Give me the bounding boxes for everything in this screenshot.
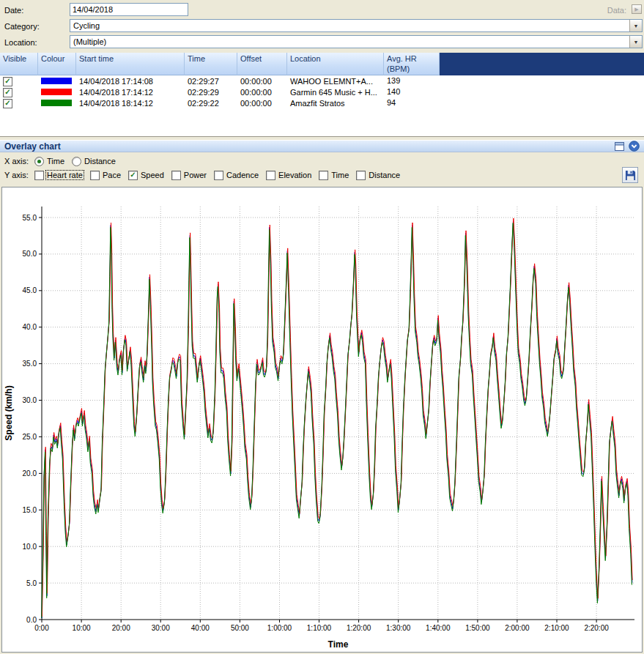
- pace-label[interactable]: Pace: [102, 171, 122, 179]
- svg-text:1:30:00: 1:30:00: [386, 624, 411, 632]
- forward-arrow-icon: ▶: [634, 7, 638, 12]
- x-axis-time-label[interactable]: Time: [46, 157, 65, 166]
- x-axis-distance-radio[interactable]: [72, 157, 81, 166]
- colour-swatch: [41, 100, 72, 106]
- cadence-checkbox[interactable]: ✓: [214, 171, 223, 180]
- svg-text:45.0: 45.0: [23, 286, 37, 294]
- y-axis-controls: Y axis: ✓Heart rate ✓Pace ✓Speed ✓Power …: [0, 169, 644, 181]
- speed-checkbox[interactable]: ✓: [128, 171, 138, 180]
- svg-text:10:00: 10:00: [73, 624, 91, 632]
- visible-checkbox[interactable]: ✓: [3, 99, 12, 108]
- distance-label[interactable]: Distance: [368, 171, 401, 179]
- overlay-chart-svg: 0.05.010.015.020.025.030.035.040.045.050…: [2, 187, 642, 652]
- category-value: Cycling: [70, 21, 629, 30]
- x-axis-time-radio[interactable]: [34, 157, 44, 166]
- column-header-start-time[interactable]: Start time: [76, 53, 185, 75]
- data-label: Data:: [607, 6, 626, 15]
- svg-text:1:10:00: 1:10:00: [307, 624, 332, 632]
- svg-text:2:00:00: 2:00:00: [505, 624, 530, 632]
- collapse-section-button[interactable]: [629, 141, 640, 152]
- elevation-checkbox[interactable]: ✓: [266, 171, 275, 180]
- column-header-avg-hr[interactable]: Avg. HR (BPM): [384, 53, 440, 75]
- x-axis-distance-label[interactable]: Distance: [84, 157, 116, 166]
- date-input-box: [70, 3, 188, 16]
- svg-text:15.0: 15.0: [23, 506, 37, 514]
- avg-hr-cell: 139: [384, 76, 440, 86]
- visible-checkbox[interactable]: ✓: [3, 77, 12, 86]
- x-axis-label: X axis:: [4, 157, 34, 166]
- svg-text:Speed (km/h): Speed (km/h): [4, 385, 14, 440]
- check-icon: ✓: [130, 171, 136, 179]
- location-value: (Multiple): [70, 37, 629, 46]
- svg-text:5.0: 5.0: [26, 579, 37, 587]
- overlay-chart-section-header[interactable]: Overlay chart: [0, 140, 644, 152]
- section-title: Overlay chart: [4, 141, 615, 152]
- column-header-colour[interactable]: Colour: [38, 53, 76, 75]
- activity-overlay-window: Date: Data: ▶ Category: Cycling ▼ Locati…: [0, 0, 644, 654]
- time-cell: 02:29:29: [185, 88, 237, 97]
- category-combobox[interactable]: Cycling ▼: [70, 19, 643, 32]
- table-row[interactable]: ✓ 14/04/2018 18:14:12 02:29:22 00:00:00 …: [0, 97, 644, 108]
- panel-layout-button[interactable]: [615, 142, 624, 151]
- time-cell: 02:29:22: [185, 99, 237, 108]
- offset-cell: 00:00:00: [237, 88, 287, 97]
- save-chart-button[interactable]: [622, 167, 638, 183]
- panel-layout-icon: [615, 142, 624, 151]
- chart-series-0: [42, 221, 632, 619]
- svg-text:50:00: 50:00: [231, 624, 249, 632]
- svg-text:10.0: 10.0: [23, 543, 37, 551]
- cadence-label[interactable]: Cadence: [226, 171, 259, 179]
- start-time-cell: 14/04/2018 17:14:08: [76, 77, 185, 86]
- table-row[interactable]: ✓ 14/04/2018 17:14:08 02:29:27 00:00:00 …: [0, 75, 644, 86]
- svg-text:2:10:00: 2:10:00: [544, 624, 569, 632]
- overlay-chart: 0.05.010.015.020.025.030.035.040.045.050…: [1, 187, 643, 653]
- activities-table: Visible Colour Start time Time Offset Lo…: [0, 53, 644, 137]
- svg-text:30:00: 30:00: [152, 624, 170, 632]
- time-label[interactable]: Time: [330, 171, 349, 179]
- svg-text:20:00: 20:00: [112, 624, 130, 632]
- svg-text:Time: Time: [328, 639, 349, 650]
- location-cell: Garmin 645 Music + H...: [287, 88, 384, 97]
- column-header-time[interactable]: Time: [185, 53, 237, 75]
- date-input[interactable]: [70, 5, 188, 14]
- svg-text:2:20:00: 2:20:00: [584, 624, 609, 632]
- y-axis-label: Y axis:: [4, 171, 34, 179]
- svg-text:30.0: 30.0: [23, 396, 37, 404]
- chevron-down-icon: ▼: [634, 40, 639, 45]
- data-dropdown-button[interactable]: ▶: [632, 4, 642, 14]
- heart-rate-checkbox[interactable]: ✓: [34, 171, 44, 180]
- chevron-down-circle-icon: [629, 141, 640, 152]
- svg-text:0.0: 0.0: [26, 616, 37, 624]
- time-cell: 02:29:27: [185, 77, 237, 86]
- location-combobox[interactable]: (Multiple) ▼: [70, 35, 643, 48]
- column-header-offset[interactable]: Offset: [237, 53, 287, 75]
- elevation-label[interactable]: Elevation: [278, 171, 312, 179]
- distance-checkbox[interactable]: ✓: [356, 171, 366, 180]
- visible-checkbox[interactable]: ✓: [3, 88, 12, 97]
- check-icon: ✓: [4, 100, 10, 107]
- check-icon: ✓: [4, 78, 10, 85]
- speed-label[interactable]: Speed: [140, 171, 165, 179]
- start-time-cell: 14/04/2018 18:14:12: [76, 99, 185, 108]
- category-dropdown-button[interactable]: ▼: [629, 20, 642, 31]
- power-checkbox[interactable]: ✓: [171, 171, 181, 180]
- location-dropdown-button[interactable]: ▼: [629, 36, 642, 48]
- offset-cell: 00:00:00: [237, 99, 287, 108]
- heart-rate-label[interactable]: Heart rate: [46, 171, 84, 179]
- category-label: Category:: [4, 22, 40, 31]
- chart-canvas: 0.05.010.015.020.025.030.035.040.045.050…: [2, 187, 642, 653]
- colour-swatch: [41, 78, 72, 84]
- svg-text:55.0: 55.0: [23, 214, 37, 222]
- svg-text:50.0: 50.0: [23, 250, 37, 258]
- colour-swatch: [41, 89, 72, 95]
- table-row[interactable]: ✓ 14/04/2018 17:14:12 02:29:29 00:00:00 …: [0, 86, 644, 97]
- svg-text:1:50:00: 1:50:00: [465, 624, 490, 632]
- chevron-down-icon: ▼: [634, 23, 639, 29]
- time-checkbox[interactable]: ✓: [319, 171, 328, 180]
- column-header-location[interactable]: Location: [287, 53, 384, 75]
- svg-text:40.0: 40.0: [23, 323, 37, 331]
- pace-checkbox[interactable]: ✓: [90, 171, 100, 180]
- svg-text:25.0: 25.0: [23, 433, 37, 441]
- power-label[interactable]: Power: [183, 171, 207, 179]
- column-header-visible[interactable]: Visible: [0, 53, 38, 75]
